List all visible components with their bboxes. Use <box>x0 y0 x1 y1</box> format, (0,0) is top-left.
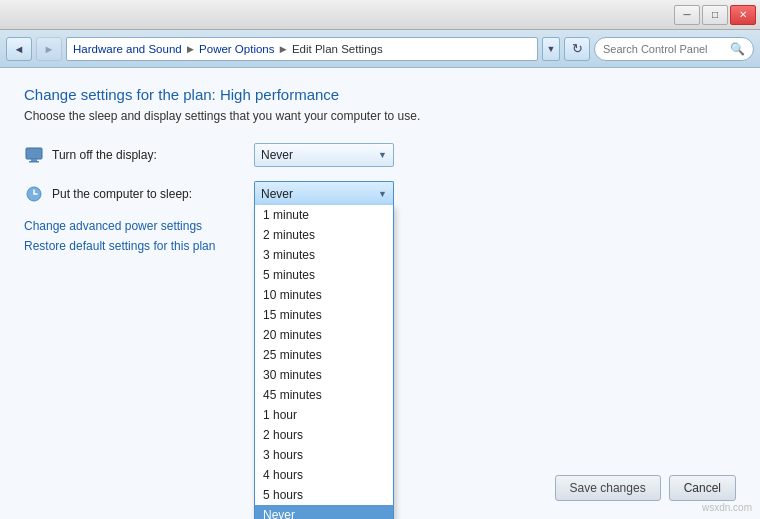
search-box[interactable]: 🔍 <box>594 37 754 61</box>
sleep-option[interactable]: 4 hours <box>255 465 393 485</box>
svg-rect-1 <box>31 159 37 161</box>
breadcrumb-sep2: ► <box>278 43 289 55</box>
sleep-dropdown-arrow: ▼ <box>378 189 387 199</box>
sleep-icon <box>24 184 44 204</box>
bottom-buttons: Save changes Cancel <box>555 475 736 501</box>
sleep-option[interactable]: Never <box>255 505 393 519</box>
sleep-option[interactable]: 15 minutes <box>255 305 393 325</box>
address-bar: ◄ ► Hardware and Sound ► Power Options ►… <box>0 30 760 68</box>
sleep-option[interactable]: 45 minutes <box>255 385 393 405</box>
breadcrumb-hardware-link[interactable]: Hardware and Sound <box>73 43 182 55</box>
sleep-option[interactable]: 5 minutes <box>255 265 393 285</box>
minimize-button[interactable]: ─ <box>674 5 700 25</box>
back-button[interactable]: ◄ <box>6 37 32 61</box>
cancel-button[interactable]: Cancel <box>669 475 736 501</box>
display-dropdown-arrow: ▼ <box>378 150 387 160</box>
sleep-option[interactable]: 5 hours <box>255 485 393 505</box>
display-label-container: Turn off the display: <box>24 145 244 165</box>
sleep-dropdown-list: 1 minute2 minutes3 minutes5 minutes10 mi… <box>254 205 394 519</box>
sleep-dropdown-container: Never ▼ 1 minute2 minutes3 minutes5 minu… <box>254 181 394 205</box>
display-setting-row: Turn off the display: Never ▼ <box>24 143 736 167</box>
sleep-option[interactable]: 3 minutes <box>255 245 393 265</box>
sleep-option[interactable]: 3 hours <box>255 445 393 465</box>
sleep-label-text: Put the computer to sleep: <box>52 187 192 201</box>
close-button[interactable]: ✕ <box>730 5 756 25</box>
refresh-button[interactable]: ↻ <box>564 37 590 61</box>
sleep-option[interactable]: 1 hour <box>255 405 393 425</box>
sleep-option[interactable]: 2 hours <box>255 425 393 445</box>
display-label-text: Turn off the display: <box>52 148 157 162</box>
sleep-label-container: Put the computer to sleep: <box>24 184 244 204</box>
display-value: Never <box>261 148 293 162</box>
watermark: wsxdn.com <box>702 502 752 513</box>
display-icon <box>24 145 44 165</box>
svg-rect-2 <box>29 161 39 163</box>
page-subtitle: Choose the sleep and display settings th… <box>24 109 736 123</box>
sleep-option[interactable]: 1 minute <box>255 205 393 225</box>
sleep-option[interactable]: 25 minutes <box>255 345 393 365</box>
save-changes-button[interactable]: Save changes <box>555 475 661 501</box>
sleep-option[interactable]: 20 minutes <box>255 325 393 345</box>
sleep-option[interactable]: 2 minutes <box>255 225 393 245</box>
maximize-button[interactable]: □ <box>702 5 728 25</box>
breadcrumb-sep1: ► <box>185 43 196 55</box>
address-dropdown-button[interactable]: ▼ <box>542 37 560 61</box>
title-bar: ─ □ ✕ <box>0 0 760 30</box>
sleep-current-value: Never <box>261 187 293 201</box>
restore-defaults-link[interactable]: Restore default settings for this plan <box>24 239 215 253</box>
title-bar-controls: ─ □ ✕ <box>674 5 756 25</box>
breadcrumb: Hardware and Sound ► Power Options ► Edi… <box>66 37 538 61</box>
svg-rect-0 <box>26 148 42 159</box>
breadcrumb-current: Edit Plan Settings <box>292 43 383 55</box>
advanced-settings-link[interactable]: Change advanced power settings <box>24 219 202 233</box>
display-dropdown[interactable]: Never ▼ <box>254 143 394 167</box>
page-title: Change settings for the plan: High perfo… <box>24 86 736 103</box>
sleep-option[interactable]: 10 minutes <box>255 285 393 305</box>
sleep-setting-row: Put the computer to sleep: Never ▼ 1 min… <box>24 181 736 205</box>
search-input[interactable] <box>603 43 726 55</box>
forward-button[interactable]: ► <box>36 37 62 61</box>
breadcrumb-power-link[interactable]: Power Options <box>199 43 274 55</box>
main-content: Change settings for the plan: High perfo… <box>0 68 760 519</box>
sleep-option[interactable]: 30 minutes <box>255 365 393 385</box>
search-icon: 🔍 <box>730 42 745 56</box>
sleep-dropdown-header[interactable]: Never ▼ <box>254 181 394 205</box>
